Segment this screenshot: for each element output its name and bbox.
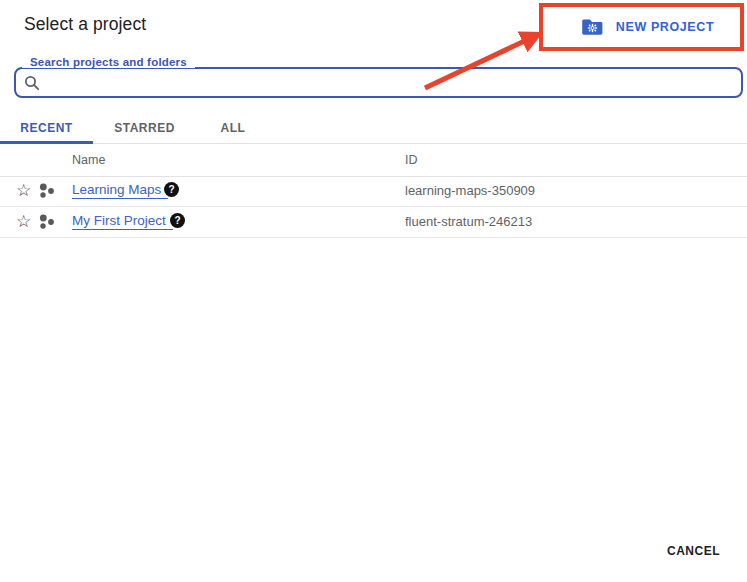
project-link[interactable]: My First Project <box>72 213 173 230</box>
tab-starred[interactable]: STARRED <box>93 112 196 143</box>
search-icon <box>24 75 40 91</box>
new-project-button-label: NEW PROJECT <box>616 20 714 34</box>
star-outline-icon[interactable]: ☆ <box>16 211 31 233</box>
search-field[interactable] <box>14 67 743 98</box>
tab-bar: RECENT STARRED ALL <box>0 112 747 144</box>
table-row[interactable]: ☆ Learning Maps ? learning-maps-350909 <box>0 176 747 207</box>
table-row[interactable]: ☆ My First Project ? fluent-stratum-2462… <box>0 207 747 238</box>
tab-recent[interactable]: RECENT <box>0 112 93 143</box>
cancel-button[interactable]: CANCEL <box>661 543 726 559</box>
tab-all[interactable]: ALL <box>196 112 270 143</box>
search-input[interactable] <box>46 72 741 94</box>
column-header-name: Name <box>72 153 105 167</box>
column-header-id: ID <box>405 153 418 167</box>
help-question-icon[interactable]: ? <box>164 182 179 197</box>
project-dots-icon <box>38 213 56 235</box>
new-project-button[interactable]: NEW PROJECT <box>560 8 736 46</box>
search-field-label: Search projects and folders <box>22 56 195 68</box>
table-header-row: Name ID <box>0 143 747 177</box>
project-id: fluent-stratum-246213 <box>405 214 532 229</box>
star-outline-icon[interactable]: ☆ <box>16 180 31 202</box>
project-id: learning-maps-350909 <box>405 183 535 198</box>
page-title: Select a project <box>24 13 146 35</box>
search-field-container: Search projects and folders <box>14 56 735 98</box>
new-project-folder-gear-icon <box>582 18 603 36</box>
select-project-dialog: { "page": { "title": "Select a project",… <box>0 0 747 582</box>
project-link[interactable]: Learning Maps <box>72 182 168 199</box>
project-dots-icon <box>38 182 56 204</box>
help-question-icon[interactable]: ? <box>170 213 185 228</box>
